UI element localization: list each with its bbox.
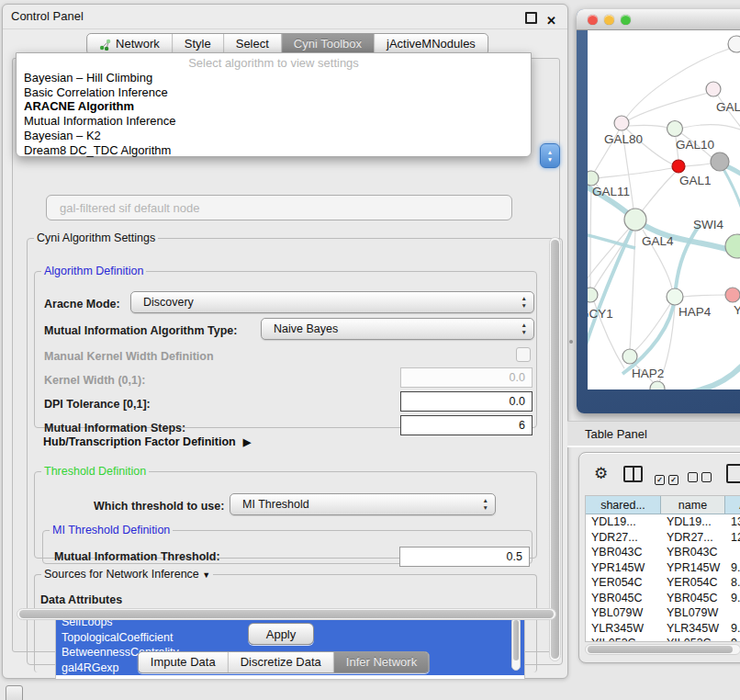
spinner-icons: ▲▼: [521, 322, 527, 336]
mi-threshold-group: MI Threshold Definition Mutual Informati…: [42, 524, 533, 564]
algorithm-option-dream8-dc-tdc-algorithm[interactable]: Dream8 DC_TDC Algorithm: [17, 143, 531, 158]
table-body: YDL19...YDL19...13YDR27...YDR27...12YBR0…: [586, 514, 740, 642]
minimize-traffic-light[interactable]: [604, 15, 614, 25]
dock-panel-icon[interactable]: [6, 685, 23, 700]
network-node-label: SWI4: [693, 218, 723, 231]
network-node-hap4[interactable]: [667, 288, 683, 305]
network-node-swi4[interactable]: [725, 234, 740, 258]
deselect-all-checks-icon[interactable]: [688, 469, 715, 486]
table-row[interactable]: YDR27...YDR27...12: [586, 530, 740, 546]
network-node-gal4[interactable]: [624, 209, 646, 231]
network-node-y[interactable]: [725, 288, 740, 302]
aracne-mode-value: Discovery: [143, 296, 194, 309]
apply-button[interactable]: Apply: [248, 623, 314, 645]
close-icon[interactable]: ✕: [546, 9, 556, 33]
network-node[interactable]: [711, 152, 729, 171]
attributes-scrollbar[interactable]: [511, 617, 521, 671]
manual-kernel-checkbox[interactable]: [516, 347, 531, 362]
network-node-gal[interactable]: [706, 82, 721, 96]
hub-definition-label: Hub/Transcription Factor Definition: [43, 435, 236, 448]
algorithm-option-aracne-algorithm[interactable]: ARACNE Algorithm: [17, 99, 531, 114]
network-node[interactable]: [728, 36, 740, 52]
columns-icon[interactable]: [623, 466, 643, 482]
network-node-gal10[interactable]: [667, 121, 683, 137]
tab-discretize-data[interactable]: Discretize Data: [229, 652, 334, 672]
network-table-select[interactable]: gal-filtered sif default node: [46, 195, 512, 220]
table-hscrollbar[interactable]: [585, 644, 740, 655]
gear-icon[interactable]: ⚙: [594, 464, 608, 483]
tab-label: Style: [185, 34, 211, 54]
network-node-gal11[interactable]: [588, 171, 599, 186]
table-row[interactable]: YLR345WYLR345W9.: [586, 621, 740, 637]
network-node-gcy1[interactable]: [588, 288, 598, 302]
dpi-tolerance-label: DPI Tolerance [0,1]:: [44, 398, 151, 411]
column-header-name[interactable]: name: [661, 496, 725, 514]
dpi-tolerance-field[interactable]: 0.0: [400, 391, 533, 412]
network-nodes: GALGAL80GAL10GAL1GAL11GAL4SWI4HAP4YGCY1H…: [588, 36, 740, 390]
mi-steps-field[interactable]: 6: [400, 415, 533, 435]
tab-network[interactable]: Network: [87, 34, 173, 54]
apply-button-label: Apply: [266, 627, 297, 641]
cyni-algorithm-settings-title: Cyni Algorithm Settings: [34, 231, 158, 244]
table-row[interactable]: YBL079WYBL079W: [586, 605, 740, 621]
table-row[interactable]: YDL19...YDL19...13: [586, 514, 740, 530]
table-cell: YDR27...: [661, 530, 725, 546]
zoom-traffic-light[interactable]: [621, 15, 631, 25]
new-table-icon[interactable]: [726, 464, 740, 483]
tab-impute-data[interactable]: Impute Data: [139, 652, 229, 672]
tab-select[interactable]: Select: [224, 34, 282, 54]
algorithm-option-bayesian-k2[interactable]: Bayesian – K2: [17, 129, 531, 143]
network-node[interactable]: [650, 381, 665, 390]
data-attributes-label: Data Attributes: [40, 593, 122, 606]
float-icon[interactable]: [525, 12, 537, 24]
table-row[interactable]: YER054CYER054C8.: [586, 575, 740, 591]
algorithm-select-arrows[interactable]: ▲ ▼: [540, 143, 560, 168]
bottom-tab-bar: Impute DataDiscretize DataInfer Network: [138, 651, 430, 673]
network-canvas[interactable]: GALGAL80GAL10GAL1GAL11GAL4SWI4HAP4YGCY1H…: [588, 30, 740, 390]
aracne-mode-select[interactable]: Discovery ▲▼: [130, 291, 534, 313]
screen: Control Panel ✕ NetworkStyleSelectCyni T…: [0, 0, 740, 700]
tab-jactivemnodules[interactable]: jActiveMNodules: [375, 34, 488, 54]
algorithm-option-mutual-information-inference[interactable]: Mutual Information Inference: [17, 114, 531, 129]
table-row[interactable]: YBR045CYBR045C9.: [586, 591, 740, 606]
network-node-gal1[interactable]: [672, 160, 685, 173]
split-divider-handle[interactable]: [569, 340, 573, 344]
select-all-checks-icon[interactable]: ✓✓: [655, 469, 682, 486]
algorithm-option-basic-correlation-inference[interactable]: Basic Correlation Inference: [17, 85, 531, 100]
network-node-label: GAL1: [679, 174, 712, 187]
network-node-label: GAL4: [642, 234, 674, 248]
which-threshold-select[interactable]: MI Threshold ▲▼: [230, 493, 496, 515]
close-traffic-light[interactable]: [588, 15, 598, 25]
tab-style[interactable]: Style: [173, 34, 224, 54]
network-node-label: HAP4: [678, 305, 712, 319]
kernel-width-field[interactable]: 0.0: [400, 367, 533, 388]
hub-definition-toggle[interactable]: Hub/Transcription Factor Definition ▶: [43, 435, 251, 448]
algorithm-dropdown-placeholder: Select algorithm to view settings: [17, 55, 531, 71]
tab-infer-network[interactable]: Infer Network: [334, 652, 429, 672]
table-cell: 9.: [725, 621, 740, 637]
sources-title[interactable]: Sources for Network Inference ▼: [41, 568, 213, 581]
network-node-gal80[interactable]: [614, 116, 629, 130]
network-node-hap2[interactable]: [622, 349, 637, 364]
tab-cyni-toolbox[interactable]: Cyni Toolbox: [282, 34, 375, 54]
spinner-icons: ▲▼: [521, 295, 527, 310]
table-cell: YDL19...: [661, 514, 725, 530]
table-row[interactable]: YBR043CYBR043C: [586, 545, 740, 560]
table-cell: YBL079W: [661, 605, 725, 621]
collapse-right-icon: ▶: [243, 436, 251, 448]
mi-threshold-value: 0.5: [507, 550, 522, 563]
table-row[interactable]: YIL053CYIL053C9.: [586, 636, 740, 642]
table-row[interactable]: YPR145WYPR145W9.: [586, 560, 740, 576]
mi-algorithm-type-select[interactable]: Naive Bayes ▲▼: [261, 318, 534, 340]
settings-vscrollbar[interactable]: [549, 237, 561, 661]
mi-threshold-field[interactable]: 0.5: [399, 547, 530, 567]
table-cell: YPR145W: [586, 560, 661, 576]
table-cell: YER054C: [661, 575, 725, 591]
column-header-shared[interactable]: shared...: [586, 496, 661, 514]
settings-hscrollbar[interactable]: [17, 608, 556, 620]
column-header-a[interactable]: A: [725, 496, 740, 514]
algorithm-definition-title: Algorithm Definition: [41, 265, 146, 277]
spinner-up-icon: ▲: [547, 149, 553, 156]
algorithm-option-bayesian-hill-climbing[interactable]: Bayesian – Hill Climbing: [17, 71, 531, 85]
network-node-label: GAL80: [604, 132, 643, 146]
